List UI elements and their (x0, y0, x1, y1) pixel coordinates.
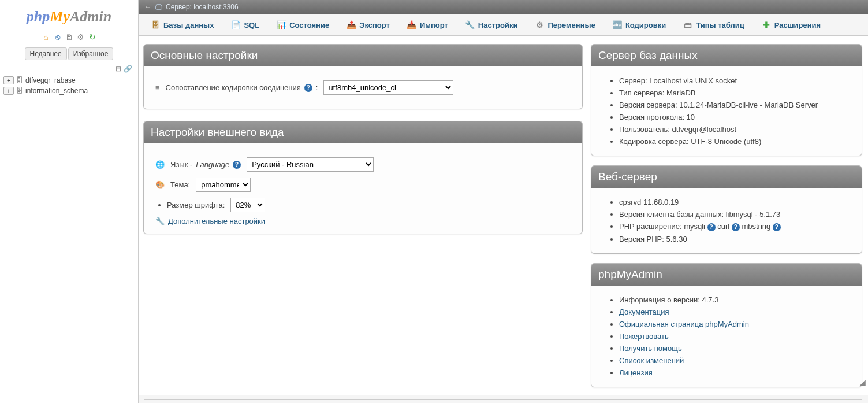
tab-bar: 🗄Базы данных 📄SQL 📊Состояние 📤Экспорт 📥И… (139, 14, 868, 36)
sql-icon: 📄 (231, 20, 240, 29)
info-item: Версия клиента базы данных: libmysql - 5… (619, 208, 850, 220)
recent-tab[interactable]: Недавнее (25, 47, 67, 60)
tab-plugins[interactable]: ✚Расширения (753, 14, 829, 35)
tab-export[interactable]: 📤Экспорт (338, 14, 398, 35)
pma-panel: phpMyAdmin Информация о версии: 4.7.3 До… (591, 263, 862, 387)
tab-variables[interactable]: ⚙Переменные (526, 14, 603, 35)
info-item: Версия PHP: 5.6.30 (619, 233, 850, 245)
info-item: Сервер: Localhost via UNIX socket (619, 75, 850, 87)
import-icon: 📥 (407, 20, 416, 29)
variables-icon: ⚙ (535, 20, 544, 29)
pma-link-docs[interactable]: Документация (619, 308, 669, 316)
database-icon: 🗄 (16, 87, 23, 95)
main: ← 🖵 Сервер: localhost:3306 🗄Базы данных … (139, 0, 868, 403)
panel-title: Сервер баз данных (591, 45, 862, 66)
settings-icon[interactable]: ⚙ (76, 32, 85, 42)
tree-item[interactable]: + 🗄 dtfvegqr_rabase (3, 75, 135, 86)
language-label: Язык - Language ? (170, 160, 241, 169)
theme-label: Тема: (170, 180, 190, 189)
panel-title: Веб-сервер (591, 166, 862, 188)
pma-link-license[interactable]: Лицензия (619, 368, 653, 377)
info-item: Информация о версии: 4.7.3 (619, 294, 850, 306)
help-icon[interactable]: ? (707, 223, 716, 231)
collapse-all-icon[interactable]: ⊟ (116, 65, 121, 73)
reload-icon[interactable]: ↻ (88, 32, 97, 42)
db-tree: + 🗄 dtfvegqr_rabase + 🗄 information_sche… (0, 75, 138, 96)
font-size-select[interactable]: 82% (230, 198, 265, 212)
theme-icon: 🎨 (155, 180, 165, 189)
expand-icon[interactable]: + (3, 87, 14, 95)
docs-icon[interactable]: 🗎 (65, 32, 74, 42)
collation-label: Сопоставление кодировки соединения ?: (166, 83, 318, 92)
sidebar: phpMyAdmin ⌂ ⎋ 🗎 ⚙ ↻ Недавнее Избранное … (0, 0, 139, 403)
help-icon[interactable]: ? (773, 223, 781, 231)
logout-icon[interactable]: ⎋ (53, 32, 62, 42)
pma-link-donate[interactable]: Пожертвовать (619, 332, 669, 341)
tab-databases[interactable]: 🗄Базы данных (142, 14, 222, 35)
wrench-icon: 🔧 (155, 217, 165, 225)
server-label[interactable]: Сервер: localhost:3306 (166, 3, 239, 11)
tab-charsets[interactable]: 🔤Кодировки (604, 14, 675, 35)
database-icon: 🗄 (151, 20, 160, 29)
font-size-label: Размер шрифта: (167, 201, 225, 209)
language-icon: 🌐 (155, 160, 165, 169)
info-item: Кодировка сервера: UTF-8 Unicode (utf8) (619, 135, 850, 147)
appearance-settings-panel: Настройки внешнего вида 🌐 Язык - Languag… (143, 121, 583, 234)
engines-icon: 🗃 (683, 20, 692, 29)
tab-status[interactable]: 📊Состояние (268, 14, 338, 35)
info-item: Версия протокола: 10 (619, 111, 850, 123)
server-icon: 🖵 (155, 3, 162, 12)
panel-title: Основные настройки (144, 45, 582, 66)
home-icon[interactable]: ⌂ (42, 32, 51, 42)
info-item: Пользователь: dtfvegqr@localhost (619, 123, 850, 135)
pma-link-changelog[interactable]: Список изменений (619, 356, 684, 365)
tree-item[interactable]: + 🗄 information_schema (3, 86, 135, 96)
status-icon: 📊 (277, 20, 286, 29)
db-name: dtfvegqr_rabase (25, 76, 76, 84)
tab-engines[interactable]: 🗃Типы таблиц (675, 14, 753, 35)
favorite-tab[interactable]: Избранное (68, 47, 114, 60)
charset-icon: 🔤 (613, 20, 622, 29)
plugins-icon: ✚ (762, 20, 771, 29)
recent-favorite-tabs: Недавнее Избранное (25, 47, 114, 60)
web-server-info: cpsrvd 11.68.0.19 Версия клиента базы да… (603, 196, 850, 245)
tab-sql[interactable]: 📄SQL (222, 14, 268, 35)
help-icon[interactable]: ? (304, 84, 312, 92)
db-name: information_schema (25, 87, 88, 95)
info-item: Версия сервера: 10.1.24-MariaDB-cll-lve … (619, 99, 850, 111)
tab-settings[interactable]: 🔧Настройки (457, 14, 527, 35)
general-settings-panel: Основные настройки ≡ Сопоставление кодир… (143, 44, 583, 109)
pma-link-homepage[interactable]: Официальная страница phpMyAdmin (619, 320, 749, 328)
web-server-panel: Веб-сервер cpsrvd 11.68.0.19 Версия клие… (591, 165, 862, 254)
wrench-icon: 🔧 (465, 20, 475, 29)
panel-title: phpMyAdmin (591, 264, 862, 286)
collapse-sidebar-icon[interactable]: ← (144, 3, 151, 11)
link-icon[interactable]: 🔗 (124, 65, 132, 73)
collation-icon: ≡ (155, 83, 160, 92)
logo[interactable]: phpMyAdmin (27, 8, 111, 25)
sidebar-toolbar: ⌂ ⎋ 🗎 ⚙ ↻ (42, 32, 97, 42)
breadcrumb: ← 🖵 Сервер: localhost:3306 (139, 0, 868, 14)
pma-info: Информация о версии: 4.7.3 Документация … (603, 294, 850, 379)
help-icon[interactable]: ? (233, 161, 241, 169)
pma-link-support[interactable]: Получить помощь (619, 344, 682, 353)
theme-select[interactable]: pmahomme (196, 178, 251, 192)
info-item: cpsrvd 11.68.0.19 (619, 196, 850, 208)
expand-icon[interactable]: + (3, 76, 14, 84)
export-icon: 📤 (347, 20, 356, 29)
more-settings-link[interactable]: Дополнительные настройки (168, 217, 265, 225)
db-server-info: Сервер: Localhost via UNIX socket Тип се… (603, 75, 850, 147)
collation-select[interactable]: utf8mb4_unicode_ci (323, 80, 453, 95)
info-item: Тип сервера: MariaDB (619, 87, 850, 99)
db-server-panel: Сервер баз данных Сервер: Localhost via … (591, 44, 862, 156)
info-item: PHP расширение: mysqli ? curl ? mbstring… (619, 220, 850, 233)
tab-import[interactable]: 📥Импорт (398, 14, 457, 35)
help-icon[interactable]: ? (732, 223, 740, 231)
language-select[interactable]: Русский - Russian (247, 157, 374, 172)
resize-handle-icon[interactable]: ◢ (859, 378, 866, 387)
panel-title: Настройки внешнего вида (144, 121, 582, 143)
database-icon: 🗄 (16, 76, 23, 84)
